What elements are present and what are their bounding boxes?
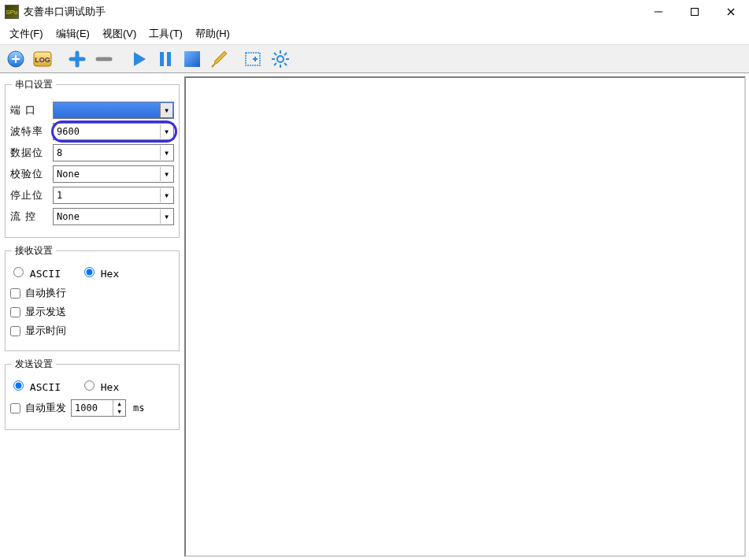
recv-showtime-label: 显示时间 [25, 324, 66, 338]
chevron-down-icon: ▾ [160, 167, 172, 181]
svg-line-25 [284, 63, 287, 65]
recv-wrap-label: 自动换行 [25, 286, 66, 300]
send-interval-spinner[interactable]: 1000 ▲▼ [71, 399, 126, 417]
send-settings-group: 发送设置 ASCII Hex 自动重发 1000 ▲▼ ms [5, 358, 180, 430]
app-icon: SPu [5, 5, 19, 19]
databits-value: 8 [57, 147, 62, 158]
menu-view[interactable]: 视图(V) [96, 24, 143, 43]
svg-text:LOG: LOG [35, 56, 50, 64]
output-area[interactable] [184, 76, 746, 557]
svg-marker-12 [134, 52, 146, 66]
send-hex-label: Hex [101, 381, 119, 393]
send-ascii-label: ASCII [30, 381, 61, 393]
chevron-down-icon: ▾ [160, 124, 172, 139]
stopbits-label: 停止位 [10, 188, 48, 202]
recv-ascii-label: ASCII [30, 268, 61, 280]
toolbar-add-button[interactable] [65, 46, 90, 72]
port-combo[interactable]: ▾ [53, 102, 174, 119]
menu-bar: 文件(F) 编辑(E) 视图(V) 工具(T) 帮助(H) [0, 24, 749, 44]
svg-rect-13 [160, 52, 164, 66]
flow-value: None [57, 211, 80, 222]
parity-value: None [57, 169, 80, 180]
main-area: 串口设置 端 口 ▾ 波特率 9600 ▾ 数据位 8 [0, 73, 749, 560]
baud-label: 波特率 [10, 124, 48, 139]
spin-down-icon[interactable]: ▼ [113, 408, 125, 416]
send-hex-radio[interactable]: Hex [84, 380, 119, 393]
send-interval-value: 1000 [72, 402, 113, 414]
svg-point-19 [277, 56, 284, 62]
toolbar-start-button[interactable] [126, 46, 151, 72]
stopbits-value: 1 [57, 190, 62, 201]
close-button[interactable] [713, 0, 749, 24]
databits-combo[interactable]: 8 ▾ [53, 144, 174, 161]
svg-rect-15 [184, 51, 200, 67]
serial-settings-group: 串口设置 端 口 ▾ 波特率 9600 ▾ 数据位 8 [5, 78, 180, 238]
title-bar: SPu 友善串口调试助手 [0, 0, 749, 24]
databits-label: 数据位 [10, 146, 48, 160]
maximize-button[interactable] [677, 0, 713, 24]
serial-legend: 串口设置 [12, 78, 56, 91]
chevron-down-icon: ▾ [160, 146, 172, 160]
window-title: 友善串口调试助手 [24, 5, 106, 19]
parity-combo[interactable]: None ▾ [53, 165, 174, 183]
svg-rect-14 [167, 52, 171, 66]
toolbar-pause-button[interactable] [153, 46, 178, 72]
parity-label: 校验位 [10, 167, 48, 181]
toolbar-clear-button[interactable] [180, 46, 205, 72]
menu-tools[interactable]: 工具(T) [143, 24, 189, 43]
sidebar: 串口设置 端 口 ▾ 波特率 9600 ▾ 数据位 8 [0, 73, 184, 560]
port-label: 端 口 [10, 103, 48, 117]
send-ascii-radio[interactable]: ASCII [13, 380, 61, 393]
flow-label: 流 控 [10, 210, 48, 224]
menu-help[interactable]: 帮助(H) [189, 24, 236, 43]
recv-showsend-label: 显示发送 [25, 305, 66, 319]
chevron-down-icon: ▾ [160, 210, 172, 224]
recv-hex-radio[interactable]: Hex [84, 267, 119, 280]
spin-up-icon[interactable]: ▲ [113, 400, 125, 408]
send-legend: 发送设置 [12, 358, 56, 371]
send-interval-unit: ms [133, 402, 144, 414]
send-autorepeat-check[interactable] [10, 403, 20, 414]
toolbar-settings-button[interactable] [268, 46, 293, 72]
recv-legend: 接收设置 [12, 244, 56, 258]
chevron-down-icon: ▾ [160, 103, 172, 117]
send-autorepeat-label: 自动重发 [25, 401, 66, 415]
stopbits-combo[interactable]: 1 ▾ [53, 187, 174, 204]
flow-combo[interactable]: None ▾ [53, 208, 174, 225]
toolbar-newwindow-button[interactable] [241, 46, 266, 72]
svg-line-24 [274, 53, 276, 55]
recv-wrap-check[interactable] [10, 288, 20, 299]
recv-ascii-radio[interactable]: ASCII [13, 267, 61, 280]
toolbar-remove-button[interactable] [91, 46, 117, 72]
svg-line-26 [284, 53, 287, 55]
svg-line-27 [274, 63, 276, 65]
chevron-down-icon: ▾ [160, 188, 172, 202]
svg-rect-1 [692, 9, 699, 16]
toolbar-log-button[interactable]: LOG [30, 46, 55, 72]
toolbar-connect-button[interactable] [3, 46, 28, 72]
recv-showsend-check[interactable] [10, 307, 20, 317]
receive-settings-group: 接收设置 ASCII Hex 自动换行 显示发送 显示时间 [5, 244, 180, 351]
minimize-button[interactable] [640, 0, 677, 24]
menu-file[interactable]: 文件(F) [3, 24, 50, 43]
baud-combo[interactable]: 9600 ▾ [53, 123, 174, 140]
recv-hex-label: Hex [101, 268, 119, 280]
baud-value: 9600 [57, 126, 80, 137]
toolbar-brush-button[interactable] [206, 46, 232, 72]
menu-edit[interactable]: 编辑(E) [50, 24, 96, 43]
toolbar: LOG [0, 44, 749, 73]
recv-showtime-check[interactable] [10, 326, 20, 336]
